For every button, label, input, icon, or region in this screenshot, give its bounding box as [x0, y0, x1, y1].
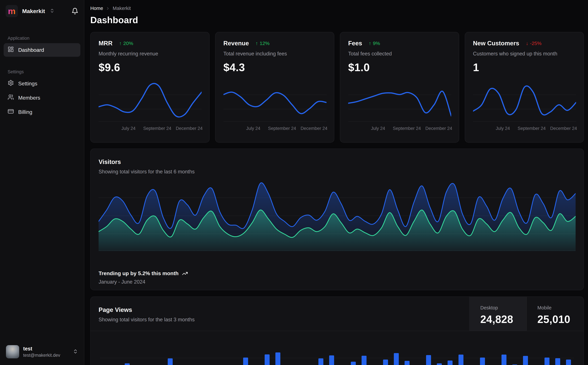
page-views-title: Page Views [99, 306, 462, 313]
trend-badge: ↑12% [256, 41, 270, 46]
notifications-bell-icon[interactable] [71, 8, 78, 14]
bar [566, 359, 571, 365]
sidebar-item-members[interactable]: Members [4, 91, 80, 105]
bar [362, 356, 367, 365]
bar [480, 358, 485, 365]
stat-value: 1 [473, 61, 576, 74]
stat-card-new-customers: New Customers ↓-25% Customers who signed… [465, 32, 584, 143]
sidebar-item-dashboard[interactable]: Dashboard [4, 43, 80, 57]
org-switcher[interactable]: m Makerkit [4, 4, 80, 19]
revenue-sparkline-chart [223, 79, 326, 122]
sidebar: m Makerkit Application Dashboard Setting… [0, 0, 84, 365]
bar [437, 363, 442, 365]
page-views-header: Page Views Showing total visitors for th… [91, 297, 583, 331]
breadcrumb-current: Makerkit [113, 6, 131, 11]
page-views-card: Page Views Showing total visitors for th… [90, 296, 584, 365]
arrow-up-icon: ↑ [369, 41, 371, 46]
stat-description: Total revenue including fees [223, 51, 326, 57]
x-axis-labels: July 24 September 24 December 24 [223, 126, 326, 133]
bar [329, 355, 334, 365]
stat-description: Customers who signed up this month [473, 51, 576, 57]
toggle-label: Mobile [537, 305, 580, 311]
bar [265, 354, 270, 365]
org-name: Makerkit [22, 8, 45, 14]
x-axis-labels: July 24 September 24 December 24 [473, 126, 576, 133]
toggle-label: Desktop [480, 305, 523, 311]
bar [318, 358, 323, 365]
axis-tick: December 24 [176, 126, 203, 131]
bar [405, 361, 409, 365]
fees-sparkline-chart [348, 79, 451, 122]
breadcrumb-home-link[interactable]: Home [90, 6, 103, 11]
sidebar-item-label: Settings [18, 81, 37, 87]
stat-cards-row: MRR ↑20% Monthly recurring revenue $9.6 … [90, 32, 584, 143]
x-axis-labels: July 24 September 24 December 24 [348, 126, 451, 133]
toggle-desktop[interactable]: Desktop 24,828 [469, 297, 526, 331]
dashboard-icon [8, 46, 14, 54]
nav-section-application: Application [8, 36, 80, 41]
bar [168, 358, 173, 365]
stat-card-revenue: Revenue ↑12% Total revenue including fee… [215, 32, 334, 143]
stat-description: Total fees collected [348, 51, 451, 57]
visitors-trend-text: Trending up by 5.2% this month [99, 270, 188, 276]
visitors-title: Visitors [99, 159, 576, 165]
new-customers-sparkline-chart [473, 79, 576, 122]
stat-value: $9.6 [99, 61, 201, 74]
visitors-card: Visitors Showing total visitors for the … [90, 148, 584, 290]
toggle-value: 24,828 [480, 313, 523, 325]
toggle-mobile[interactable]: Mobile 25,010 [526, 297, 583, 331]
makerkit-logo-letter: m [8, 7, 15, 15]
sidebar-item-settings[interactable]: Settings [4, 77, 80, 90]
user-avatar [6, 345, 19, 358]
bar [243, 358, 248, 365]
stat-card-fees: Fees ↑9% Total fees collected $1.0 July … [340, 32, 459, 143]
stat-card-mrr: MRR ↑20% Monthly recurring revenue $9.6 … [90, 32, 210, 143]
axis-tick: July 24 [121, 126, 136, 131]
bar [523, 356, 528, 365]
visitors-subtitle: Showing total visitors for the last 6 mo… [99, 169, 576, 175]
breadcrumb: Home Makerkit [90, 6, 584, 11]
toggle-value: 25,010 [537, 313, 580, 325]
stat-title: New Customers [473, 40, 519, 47]
stat-description: Monthly recurring revenue [99, 51, 201, 57]
axis-tick: December 24 [550, 126, 577, 131]
bar [555, 358, 560, 365]
axis-tick: July 24 [246, 126, 260, 131]
user-menu[interactable]: test test@makerkit.dev [4, 344, 80, 360]
bar [458, 355, 463, 365]
axis-tick: September 24 [268, 126, 296, 131]
trend-badge: ↓-25% [526, 41, 541, 46]
stat-title: MRR [99, 40, 112, 47]
user-name: test [23, 346, 60, 352]
members-icon [8, 94, 14, 102]
visitors-area-chart [99, 179, 576, 251]
bar [426, 355, 431, 365]
sidebar-item-label: Dashboard [18, 47, 44, 53]
sidebar-item-billing[interactable]: Billing [4, 105, 80, 119]
axis-tick: December 24 [425, 126, 452, 131]
bar [275, 352, 280, 365]
mrr-sparkline-chart [99, 79, 202, 122]
billing-icon [8, 108, 14, 116]
page-title: Dashboard [90, 15, 584, 25]
arrow-down-icon: ↓ [526, 41, 528, 46]
chevron-right-icon [106, 6, 110, 11]
trending-up-icon [182, 271, 188, 276]
bar [545, 358, 549, 365]
trend-badge: ↑20% [119, 41, 133, 46]
arrow-up-icon: ↑ [256, 41, 258, 46]
dashboard-screen: m Makerkit Application Dashboard Setting… [0, 0, 588, 365]
bar [501, 355, 506, 365]
settings-icon [8, 80, 14, 87]
trend-badge: ↑9% [369, 41, 380, 46]
chevrons-up-down-icon [73, 349, 78, 355]
axis-tick: September 24 [393, 126, 421, 131]
bar [351, 362, 356, 365]
bar [448, 360, 453, 365]
visitors-date-range: January - June 2024 [99, 279, 145, 285]
nav-section-settings: Settings [8, 69, 80, 74]
stat-value: $4.3 [223, 61, 326, 74]
bar [125, 363, 130, 365]
chevrons-up-down-icon [50, 8, 55, 14]
x-axis-labels: July 24 September 24 December 24 [99, 126, 202, 133]
